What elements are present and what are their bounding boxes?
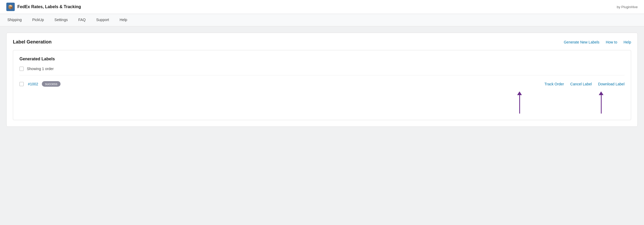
app-logo-icon: 📦 — [6, 3, 15, 11]
nav-shipping[interactable]: Shipping — [6, 14, 23, 26]
nav-support[interactable]: Support — [95, 14, 110, 26]
label-generation-card: Label Generation Generate New Labels How… — [6, 33, 638, 127]
download-label-link[interactable]: Download Label — [598, 82, 625, 86]
card-title: Label Generation — [13, 39, 52, 45]
top-header: 📦 FedEx Rates, Labels & Tracking by Plug… — [0, 0, 644, 14]
inner-card: Generated Labels Showing 1 order #1002 s… — [13, 50, 631, 120]
download-label-arrow — [599, 91, 603, 114]
arrow-shaft-track — [519, 95, 520, 114]
logo-area: 📦 FedEx Rates, Labels & Tracking — [6, 3, 81, 11]
cancel-label-link[interactable]: Cancel Label — [570, 82, 592, 86]
order-checkbox[interactable] — [19, 82, 24, 86]
select-all-row: Showing 1 order — [19, 67, 625, 75]
showing-text: Showing 1 order — [27, 67, 54, 71]
arrow-head-track — [517, 91, 522, 95]
select-all-checkbox[interactable] — [19, 67, 24, 71]
generate-new-labels-link[interactable]: Generate New Labels — [564, 40, 599, 44]
nav-settings[interactable]: Settings — [53, 14, 69, 26]
order-number[interactable]: #1002 — [28, 82, 38, 86]
nav-faq[interactable]: FAQ — [77, 14, 87, 26]
track-order-link[interactable]: Track Order — [545, 82, 564, 86]
help-link[interactable]: Help — [623, 40, 631, 44]
track-order-arrow — [517, 91, 522, 114]
status-badge: success — [42, 81, 61, 87]
nav-help[interactable]: Help — [119, 14, 128, 26]
arrow-shaft-download — [601, 95, 602, 114]
card-header: Label Generation Generate New Labels How… — [13, 39, 631, 45]
generated-labels-title: Generated Labels — [19, 57, 625, 61]
by-label: by PluginHive — [617, 5, 638, 9]
order-row: #1002 success Track Order Cancel Label D… — [19, 77, 625, 90]
app-title: FedEx Rates, Labels & Tracking — [17, 4, 81, 9]
main-content: Label Generation Generate New Labels How… — [0, 26, 644, 133]
nav-bar: Shipping PickUp Settings FAQ Support Hel… — [0, 14, 644, 26]
how-to-link[interactable]: How to — [606, 40, 617, 44]
arrow-head-download — [599, 91, 603, 95]
arrows-area — [19, 90, 625, 114]
order-actions: Track Order Cancel Label Download Label — [545, 82, 625, 86]
card-header-links: Generate New Labels How to Help — [564, 40, 631, 44]
nav-pickup[interactable]: PickUp — [31, 14, 45, 26]
